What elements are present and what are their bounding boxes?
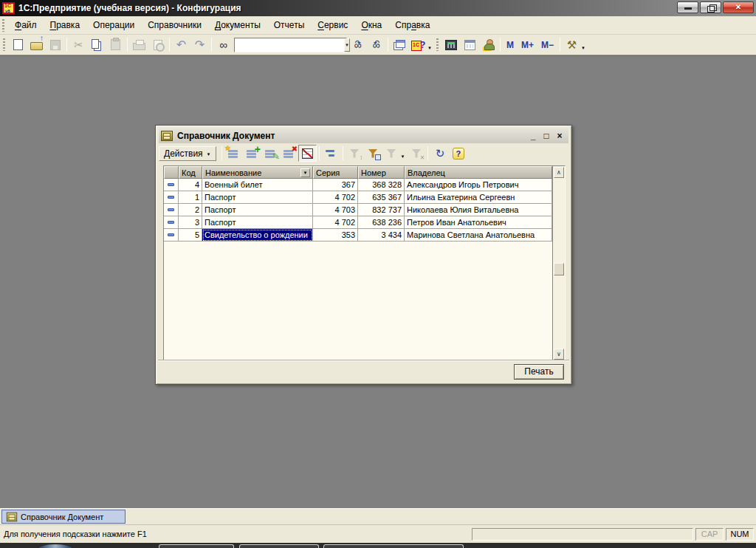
redo-button[interactable]: ↷ (190, 36, 209, 54)
dropdown-arrow-icon[interactable]: ▼ (581, 46, 585, 50)
scroll-up-button[interactable]: ∧ (554, 167, 564, 178)
cell-owner[interactable]: Ильина Екатерина Сергеевн (405, 191, 552, 204)
table-row[interactable]: 5Свидетельство о рождении3533 434Маринов… (164, 229, 552, 242)
print-button[interactable]: Печать (514, 364, 564, 380)
cell-code[interactable]: 1 (179, 191, 202, 204)
undo-button[interactable]: ↶ (172, 36, 190, 54)
column-header-code[interactable]: Код (179, 166, 202, 179)
toolbar-gripper-handle[interactable] (3, 38, 5, 51)
find-next-button[interactable]: ∞↷ (348, 36, 367, 54)
calendar-button[interactable] (461, 36, 479, 54)
calculator-button[interactable] (442, 36, 461, 54)
cell-series[interactable]: 4 703 (313, 204, 358, 216)
copy-window-button[interactable] (391, 36, 409, 54)
menu-item-reports[interactable]: Отчеты (267, 18, 311, 32)
cell-owner[interactable]: Маринова Светлана Анатольевна (405, 229, 552, 242)
cell-number[interactable]: 635 367 (358, 191, 405, 204)
memory-add-button[interactable]: M+ (518, 40, 537, 50)
minimize-button[interactable] (677, 1, 698, 13)
cell-number[interactable]: 638 236 (358, 216, 405, 229)
menu-item-file[interactable]: Файл (8, 18, 44, 32)
cell-item-marker[interactable] (164, 229, 179, 242)
about-1c-button[interactable] (409, 36, 427, 54)
new-button[interactable] (9, 36, 27, 54)
table-row[interactable]: 3Паспорт4 702638 236Петров Иван Анатолье… (164, 216, 552, 229)
filter-sort-button[interactable] (346, 145, 364, 162)
sort-indicator-icon[interactable]: ▼ (300, 168, 310, 177)
table-vertical-scrollbar[interactable]: ∧ ∨ (552, 166, 565, 360)
menu-gripper-handle[interactable] (2, 19, 4, 32)
column-header-name[interactable]: Наименование▼ (202, 166, 313, 179)
cell-name[interactable]: Паспорт (202, 191, 313, 204)
cell-code[interactable]: 2 (179, 204, 202, 216)
menu-item-windows[interactable]: Окна (354, 18, 388, 32)
filter-by-value-button[interactable] (364, 145, 382, 162)
dropdown-arrow-icon[interactable]: ▼ (427, 46, 432, 50)
save-button[interactable] (46, 36, 64, 54)
taskbar-button-top[interactable] (239, 544, 319, 548)
close-button[interactable]: ✕ (723, 1, 754, 13)
table-row[interactable]: 2Паспорт4 703832 737Николаева Юлия Витал… (164, 204, 552, 216)
cut-button[interactable]: ✂ (69, 36, 88, 54)
cell-item-marker[interactable] (164, 191, 179, 204)
open-button[interactable] (27, 36, 46, 54)
find-button[interactable]: ∞ (214, 36, 233, 54)
cell-number[interactable]: 368 328 (358, 179, 405, 191)
cell-owner[interactable]: Александров Игорь Петрович (405, 179, 552, 191)
copy-button[interactable] (88, 36, 106, 54)
cell-name[interactable]: Военный билет (202, 179, 313, 191)
cell-series[interactable]: 353 (313, 229, 358, 242)
cell-number[interactable]: 3 434 (358, 229, 405, 242)
cell-owner[interactable]: Николаева Юлия Витальевна (405, 204, 552, 216)
cell-code[interactable]: 5 (179, 229, 202, 242)
filter-clear-button[interactable] (407, 145, 425, 162)
cell-code[interactable]: 3 (179, 216, 202, 229)
cell-item-marker[interactable] (164, 216, 179, 229)
restore-button[interactable] (700, 1, 721, 13)
refresh-button[interactable]: ↻ (430, 145, 449, 162)
table-row[interactable]: 4Военный билет367368 328Александров Игор… (164, 179, 552, 191)
cell-item-marker[interactable] (164, 204, 179, 216)
toolbar-gripper-handle[interactable] (436, 38, 439, 51)
delete-item-button[interactable] (280, 145, 298, 162)
table-row[interactable]: 1Паспорт4 702635 367Ильина Екатерина Сер… (164, 191, 552, 204)
menu-item-edit[interactable]: Правка (44, 18, 87, 32)
search-combobox-input[interactable] (235, 38, 344, 52)
cell-code[interactable]: 4 (179, 179, 202, 191)
catalog-close-button[interactable]: × (553, 131, 566, 141)
column-header-owner[interactable]: Владелец (405, 166, 552, 179)
cell-series[interactable]: 367 (313, 179, 358, 191)
dropdown-arrow-icon[interactable]: ▼ (401, 154, 405, 159)
cell-name[interactable]: Паспорт (202, 216, 313, 229)
catalog-window-titlebar[interactable]: Справочник Документ _ □ × (159, 129, 568, 143)
quick-edit-toggle[interactable] (298, 145, 317, 162)
start-orb-icon[interactable] (38, 544, 72, 548)
catalog-minimize-button[interactable]: _ (526, 131, 540, 141)
column-header-icon[interactable] (164, 166, 179, 179)
catalog-maximize-button[interactable]: □ (540, 131, 553, 141)
tab-catalog-document[interactable]: Справочник Документ (1, 510, 126, 524)
taskbar-button-top[interactable] (159, 544, 234, 548)
preview-button[interactable] (148, 36, 167, 54)
cell-number[interactable]: 832 737 (358, 204, 405, 216)
print-button[interactable] (130, 36, 148, 54)
add-group-button[interactable] (243, 145, 261, 162)
paste-button[interactable] (106, 36, 125, 54)
scroll-down-button[interactable]: ∨ (554, 349, 564, 360)
menu-item-catalogs[interactable]: Справочники (141, 18, 208, 32)
column-header-number[interactable]: Номер (358, 166, 405, 179)
hierarchy-view-button[interactable] (322, 145, 340, 162)
tools-button[interactable]: ⚒ (563, 36, 581, 54)
memory-recall-button[interactable]: M (503, 40, 518, 50)
actions-button[interactable]: Действия▼ (159, 146, 216, 161)
edit-item-button[interactable] (261, 145, 280, 162)
taskbar-button-top[interactable] (323, 544, 464, 548)
cell-series[interactable]: 4 702 (313, 216, 358, 229)
cell-owner[interactable]: Петров Иван Анатольевич (405, 216, 552, 229)
find-prev-button[interactable]: ∞↶ (367, 36, 385, 54)
menu-item-operations[interactable]: Операции (86, 18, 141, 32)
cell-series[interactable]: 4 702 (313, 191, 358, 204)
memory-subtract-button[interactable]: M− (537, 40, 557, 50)
column-header-series[interactable]: Серия (313, 166, 358, 179)
add-item-button[interactable] (224, 145, 243, 162)
